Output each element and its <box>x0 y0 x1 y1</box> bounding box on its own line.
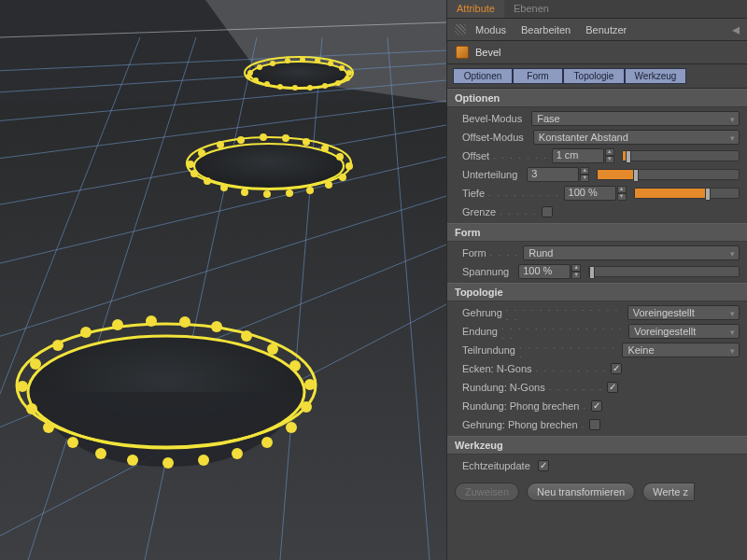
svg-point-37 <box>246 74 251 79</box>
checkbox-ecken-ngons[interactable] <box>611 363 622 374</box>
svg-point-42 <box>198 149 205 157</box>
checkbox-rundung-phong[interactable] <box>591 400 602 412</box>
svg-point-56 <box>241 189 248 196</box>
label-offset-modus: Offset-Modus <box>455 132 524 143</box>
dropdown-teilrundung[interactable]: Keine <box>622 343 740 357</box>
svg-point-65 <box>52 340 63 351</box>
svg-point-52 <box>325 181 332 189</box>
button-neu-transformieren[interactable]: Neu transformieren <box>527 483 635 501</box>
svg-point-64 <box>30 358 41 370</box>
slider-spannung[interactable] <box>588 266 740 277</box>
dropdown-gehrung[interactable]: Voreingestellt <box>627 305 740 320</box>
svg-point-51 <box>339 174 346 181</box>
svg-point-71 <box>241 330 252 342</box>
dropdown-bevel-modus[interactable]: Fase <box>531 111 740 126</box>
svg-point-25 <box>315 58 320 63</box>
svg-point-31 <box>322 83 328 89</box>
label-bevel-modus: Bevel-Modus <box>455 113 522 124</box>
svg-point-46 <box>282 134 289 142</box>
subtab-topologie[interactable]: Topologie <box>563 68 625 84</box>
checkbox-gehrung-phong[interactable] <box>589 419 600 430</box>
menu-benutzer[interactable]: Benutzer <box>580 22 632 37</box>
label-endung: Endung <box>455 326 498 337</box>
svg-point-41 <box>187 161 194 168</box>
svg-point-63 <box>17 381 28 392</box>
button-werte[interactable]: Werte z <box>642 483 695 501</box>
svg-point-84 <box>43 422 54 433</box>
svg-point-58 <box>204 177 211 185</box>
bevel-icon <box>455 45 470 60</box>
svg-line-14 <box>280 37 322 560</box>
spinner-tiefe[interactable]: 100 % ▲▼ <box>564 186 627 201</box>
svg-point-23 <box>285 58 290 63</box>
label-unterteilung: Unterteilung <box>455 169 517 180</box>
svg-point-74 <box>304 379 316 390</box>
svg-point-43 <box>217 141 224 148</box>
checkbox-grenze[interactable] <box>542 206 553 217</box>
svg-point-80 <box>162 457 174 469</box>
label-offset: Offset <box>455 150 489 161</box>
attribute-panel: Attribute Ebenen Modus Bearbeiten Benutz… <box>446 0 747 560</box>
panel-menubar: Modus Bearbeiten Benutzer ◂ <box>447 19 747 41</box>
viewport-svg <box>0 0 446 560</box>
slider-offset[interactable] <box>622 150 740 161</box>
svg-point-30 <box>335 80 341 86</box>
spinner-unterteilung[interactable]: 3 ▲▼ <box>527 167 589 182</box>
svg-point-49 <box>336 153 344 161</box>
svg-point-77 <box>261 437 273 448</box>
svg-point-66 <box>80 327 92 338</box>
tab-attribute[interactable]: Attribute <box>447 0 504 18</box>
svg-point-75 <box>301 401 312 413</box>
svg-point-33 <box>292 85 298 91</box>
label-gehrung-phong: Gehrung: Phong brechen <box>455 419 578 430</box>
svg-point-70 <box>211 321 222 332</box>
svg-point-78 <box>232 448 243 459</box>
svg-point-54 <box>286 189 293 197</box>
menu-bearbeiten[interactable]: Bearbeiten <box>515 22 576 37</box>
button-zuweisen[interactable]: Zuweisen <box>455 483 519 501</box>
svg-point-57 <box>220 184 228 191</box>
nav-arrow-icon[interactable]: ◂ <box>732 21 740 38</box>
svg-point-28 <box>346 70 352 76</box>
label-form: Form <box>455 247 486 259</box>
dropdown-form[interactable]: Rund <box>523 245 740 260</box>
label-rundung-phong: Rundung: Phong brechen <box>455 400 579 412</box>
checkbox-rundung-ngons[interactable] <box>607 382 618 393</box>
slider-unterteilung[interactable] <box>597 169 740 180</box>
tab-ebenen[interactable]: Ebenen <box>504 0 558 18</box>
svg-line-13 <box>145 37 257 560</box>
svg-point-32 <box>307 85 313 91</box>
tool-name: Bevel <box>475 47 501 58</box>
slider-tiefe[interactable] <box>634 188 740 199</box>
checkbox-echtzeit[interactable] <box>538 460 549 471</box>
svg-point-34 <box>277 84 283 90</box>
panel-tabbar: Attribute Ebenen <box>447 0 747 19</box>
subtab-werkzeug[interactable]: Werkzeug <box>625 68 686 84</box>
svg-point-85 <box>26 403 37 414</box>
section-topologie: Topologie <box>447 283 747 301</box>
svg-point-83 <box>67 437 78 448</box>
subtab-form[interactable]: Form <box>513 68 563 84</box>
spinner-offset[interactable]: 1 cm ▲▼ <box>552 148 614 163</box>
svg-point-22 <box>270 61 275 66</box>
spinner-spannung[interactable]: 100 % ▲▼ <box>518 264 581 279</box>
svg-point-29 <box>345 76 350 81</box>
label-echtzeit: Echtzeitupdate <box>455 460 530 471</box>
svg-point-72 <box>267 343 278 355</box>
section-werkzeug: Werkzeug <box>447 436 747 455</box>
svg-point-79 <box>198 455 209 466</box>
svg-point-53 <box>306 187 314 194</box>
dropdown-endung[interactable]: Voreingestellt <box>628 324 740 339</box>
svg-point-50 <box>345 162 353 170</box>
svg-point-68 <box>146 315 157 327</box>
svg-point-27 <box>339 65 345 71</box>
viewport-3d[interactable] <box>0 0 446 560</box>
svg-point-26 <box>328 61 333 66</box>
svg-point-44 <box>237 136 245 144</box>
label-grenze: Grenze <box>455 206 496 217</box>
dropdown-offset-modus[interactable]: Konstanter Abstand <box>533 130 740 145</box>
svg-point-24 <box>300 57 305 63</box>
menu-modus[interactable]: Modus <box>470 22 512 37</box>
svg-point-82 <box>95 448 106 459</box>
subtab-optionen[interactable]: Optionen <box>453 68 513 84</box>
